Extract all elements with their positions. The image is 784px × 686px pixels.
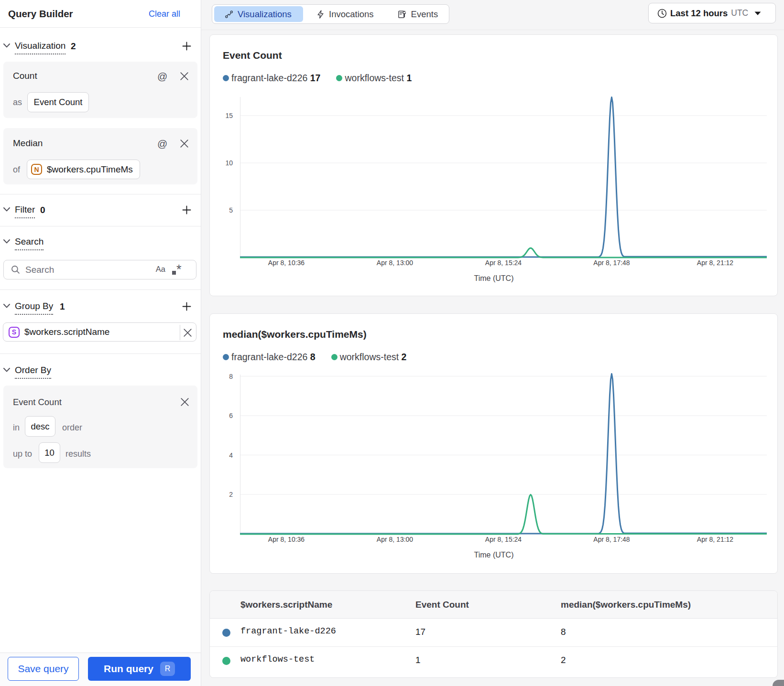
svg-text:Apr 8, 13:00: Apr 8, 13:00	[377, 536, 413, 543]
svg-text:Apr 8, 10:36: Apr 8, 10:36	[268, 259, 305, 267]
svg-text:4: 4	[229, 451, 233, 459]
svg-text:Apr 8, 17:48: Apr 8, 17:48	[593, 259, 630, 267]
svg-text:Apr 8, 15:24: Apr 8, 15:24	[485, 259, 522, 267]
svg-text:Apr 8, 13:00: Apr 8, 13:00	[377, 259, 413, 267]
svg-text:Time (UTC): Time (UTC)	[474, 274, 514, 282]
svg-text:Apr 8, 21:12: Apr 8, 21:12	[697, 259, 733, 267]
svg-text:Apr 8, 21:12: Apr 8, 21:12	[697, 536, 733, 543]
svg-text:10: 10	[225, 159, 233, 167]
svg-text:Apr 8, 17:48: Apr 8, 17:48	[593, 536, 630, 543]
svg-text:Apr 8, 10:36: Apr 8, 10:36	[268, 536, 305, 543]
svg-text:6: 6	[229, 412, 233, 419]
svg-text:Time (UTC): Time (UTC)	[474, 551, 514, 559]
svg-text:15: 15	[225, 112, 233, 119]
svg-text:2: 2	[229, 491, 233, 498]
svg-text:Apr 8, 15:24: Apr 8, 15:24	[485, 536, 522, 543]
svg-text:*: *	[176, 265, 182, 276]
svg-text:5: 5	[229, 206, 233, 214]
svg-text:8: 8	[229, 373, 233, 380]
